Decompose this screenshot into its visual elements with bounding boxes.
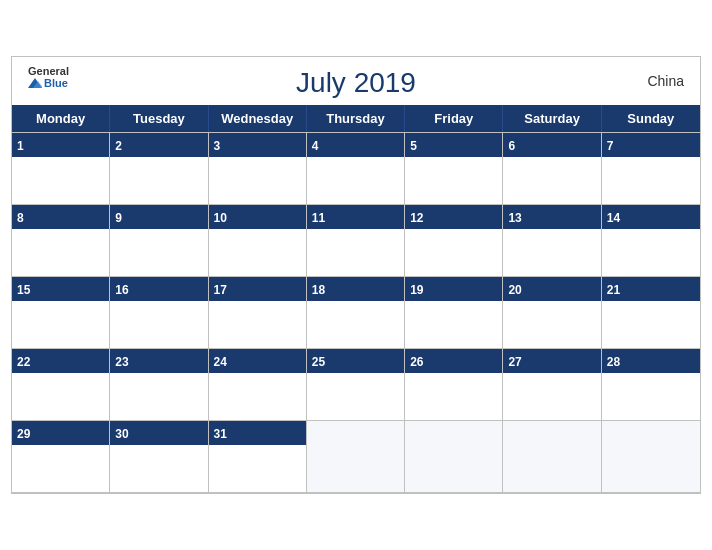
table-row: 1	[12, 133, 110, 205]
table-row: 20	[503, 277, 601, 349]
day-number: 16	[115, 283, 128, 297]
day-header-wednesday: Wednesday	[209, 105, 307, 132]
table-row: 15	[12, 277, 110, 349]
day-number: 25	[312, 355, 325, 369]
page-title: July 2019	[28, 67, 684, 99]
country-label: China	[647, 73, 684, 89]
table-row: 8	[12, 205, 110, 277]
empty-cell	[503, 421, 601, 493]
day-number: 28	[607, 355, 620, 369]
day-number: 19	[410, 283, 423, 297]
day-number: 4	[312, 139, 319, 153]
empty-cell	[602, 421, 700, 493]
table-row: 28	[602, 349, 700, 421]
day-number: 2	[115, 139, 122, 153]
day-header-thursday: Thursday	[307, 105, 405, 132]
logo-general: General	[28, 65, 69, 77]
table-row: 16	[110, 277, 208, 349]
day-number: 7	[607, 139, 614, 153]
day-number: 3	[214, 139, 221, 153]
day-number: 21	[607, 283, 620, 297]
day-number: 20	[508, 283, 521, 297]
day-number: 26	[410, 355, 423, 369]
table-row: 30	[110, 421, 208, 493]
day-number: 24	[214, 355, 227, 369]
empty-cell	[307, 421, 405, 493]
day-number: 30	[115, 427, 128, 441]
day-number: 14	[607, 211, 620, 225]
day-header-friday: Friday	[405, 105, 503, 132]
table-row: 2	[110, 133, 208, 205]
day-number: 17	[214, 283, 227, 297]
table-row: 6	[503, 133, 601, 205]
day-headers-row: Monday Tuesday Wednesday Thursday Friday…	[12, 105, 700, 132]
day-number: 1	[17, 139, 24, 153]
day-number: 5	[410, 139, 417, 153]
day-number: 18	[312, 283, 325, 297]
table-row: 29	[12, 421, 110, 493]
table-row: 24	[209, 349, 307, 421]
calendar-grid: 1234567891011121314151617181920212223242…	[12, 132, 700, 493]
day-number: 10	[214, 211, 227, 225]
table-row: 7	[602, 133, 700, 205]
empty-cell	[405, 421, 503, 493]
table-row: 31	[209, 421, 307, 493]
table-row: 10	[209, 205, 307, 277]
table-row: 13	[503, 205, 601, 277]
day-header-sunday: Sunday	[602, 105, 700, 132]
table-row: 26	[405, 349, 503, 421]
day-header-tuesday: Tuesday	[110, 105, 208, 132]
day-number: 6	[508, 139, 515, 153]
table-row: 22	[12, 349, 110, 421]
calendar-header: General Blue July 2019 China	[12, 57, 700, 105]
day-number: 9	[115, 211, 122, 225]
table-row: 3	[209, 133, 307, 205]
day-number: 8	[17, 211, 24, 225]
table-row: 23	[110, 349, 208, 421]
logo-mountain-icon	[28, 78, 42, 88]
day-number: 23	[115, 355, 128, 369]
day-number: 29	[17, 427, 30, 441]
table-row: 11	[307, 205, 405, 277]
table-row: 19	[405, 277, 503, 349]
day-number: 11	[312, 211, 325, 225]
day-number: 27	[508, 355, 521, 369]
day-number: 15	[17, 283, 30, 297]
table-row: 25	[307, 349, 405, 421]
table-row: 27	[503, 349, 601, 421]
table-row: 14	[602, 205, 700, 277]
day-number: 12	[410, 211, 423, 225]
day-number: 22	[17, 355, 30, 369]
table-row: 18	[307, 277, 405, 349]
table-row: 17	[209, 277, 307, 349]
table-row: 21	[602, 277, 700, 349]
table-row: 12	[405, 205, 503, 277]
day-header-monday: Monday	[12, 105, 110, 132]
table-row: 5	[405, 133, 503, 205]
table-row: 4	[307, 133, 405, 205]
day-number: 31	[214, 427, 227, 441]
logo-blue: Blue	[28, 77, 68, 89]
day-number: 13	[508, 211, 521, 225]
calendar: General Blue July 2019 China Monday Tues…	[11, 56, 701, 494]
day-header-saturday: Saturday	[503, 105, 601, 132]
logo: General Blue	[28, 65, 69, 89]
table-row: 9	[110, 205, 208, 277]
